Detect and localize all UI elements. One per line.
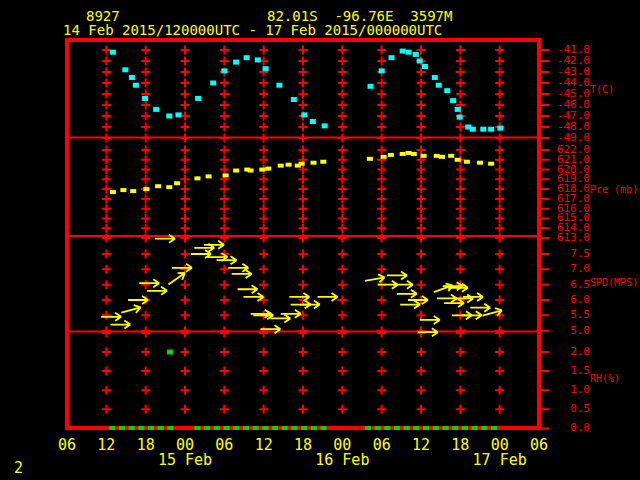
- wind-barb-icon: [172, 264, 192, 272]
- wind_speed-tick-label: 5.0: [546, 325, 590, 337]
- humidity-baseline-dash: [311, 426, 317, 430]
- wind-barb-icon: [387, 271, 407, 279]
- pressure-data-point: [388, 153, 394, 157]
- relative_humidity-tick-label: 1.0: [546, 384, 590, 396]
- pressure-data-point: [434, 154, 440, 158]
- pressure-data-point: [278, 164, 284, 168]
- temperature-data-point: [444, 88, 450, 93]
- pressure-data-point: [448, 154, 454, 158]
- pressure-data-point: [299, 162, 305, 166]
- temperature-data-point: [129, 75, 135, 80]
- pressure-data-point: [130, 189, 136, 193]
- humidity-baseline-dash: [404, 426, 410, 430]
- relative_humidity-data-point: [167, 350, 173, 355]
- temperature-data-point: [368, 84, 374, 89]
- wind-barb-icon: [101, 313, 121, 321]
- x-tick-label: 06: [215, 438, 233, 453]
- pressure-data-point: [166, 185, 172, 189]
- temperature-data-point: [244, 55, 250, 60]
- humidity-baseline-dash: [167, 426, 173, 430]
- pressure-data-point: [488, 162, 494, 166]
- pressure-data-point: [223, 173, 229, 177]
- temperature-data-point: [153, 107, 159, 112]
- wind-barb-icon: [400, 301, 420, 309]
- pressure-data-point: [206, 174, 212, 178]
- humidity-baseline-dash: [365, 426, 371, 430]
- x-tick-label: 18: [137, 438, 155, 453]
- page-number: 2: [14, 461, 23, 476]
- wind-barb-icon: [110, 321, 130, 329]
- temperature-data-point: [175, 112, 181, 117]
- temperature-data-point: [413, 52, 419, 57]
- humidity-baseline-dash: [129, 426, 135, 430]
- wind-barb-icon: [232, 270, 252, 278]
- wind-barb-icon: [318, 293, 338, 301]
- pressure-data-point: [259, 168, 265, 172]
- temperature-data-point: [488, 127, 494, 132]
- pressure-data-point: [248, 169, 254, 173]
- grid-cross-marks: [102, 46, 504, 414]
- pressure-data-point: [143, 187, 149, 191]
- humidity-baseline-dash: [491, 426, 497, 430]
- wind-barb-icon: [243, 293, 263, 301]
- humidity-baseline-dash: [138, 426, 144, 430]
- humidity-baseline-dash: [472, 426, 478, 430]
- temperature-data-point: [406, 50, 412, 55]
- humidity-baseline-dash: [272, 426, 278, 430]
- wind-barb-icon: [432, 282, 454, 296]
- humidity-baseline-dash: [301, 426, 307, 430]
- wind_speed-tick-label: 6.0: [546, 294, 590, 306]
- date-label: 16 Feb: [315, 453, 369, 468]
- temperature-data-point: [110, 50, 116, 55]
- humidity-baseline-dash: [148, 426, 154, 430]
- pressure-data-point: [477, 161, 483, 165]
- temperature-data-point: [455, 107, 461, 112]
- pressure-data-point: [265, 167, 271, 171]
- temperature-data-point: [301, 112, 307, 117]
- wind-barb-icon: [120, 304, 141, 317]
- pressure-tick-label: 613.0: [546, 232, 590, 244]
- x-tick-label: 06: [530, 438, 548, 453]
- humidity-baseline-dash: [204, 426, 210, 430]
- pressure-data-point: [310, 161, 316, 165]
- wind-speed-axis-title: SPD(MPS): [590, 277, 638, 288]
- temperature-data-point: [400, 49, 406, 54]
- wind-barb-icon: [397, 290, 417, 298]
- humidity-baseline-dash: [243, 426, 249, 430]
- humidity-baseline-dash: [282, 426, 288, 430]
- humidity-baseline-dash: [394, 426, 400, 430]
- relative_humidity-tick-label: 0.0: [546, 422, 590, 434]
- wind-barb-icon: [139, 279, 159, 287]
- temperature-data-point: [291, 97, 297, 102]
- x-tick-label: 12: [255, 438, 273, 453]
- pressure-data-point: [286, 163, 292, 167]
- humidity-baseline-dash: [214, 426, 220, 430]
- humidity-baseline-dash: [158, 426, 164, 430]
- temperature-data-point: [457, 115, 463, 120]
- wind-barb-icon: [238, 285, 258, 293]
- humidity-baseline-dash: [233, 426, 239, 430]
- humidity-baseline-dash: [253, 426, 259, 430]
- wind-barb-icon: [281, 310, 301, 318]
- x-tick-label: 12: [412, 438, 430, 453]
- humidity-baseline-dash: [481, 426, 487, 430]
- temperature-data-point: [233, 60, 239, 65]
- humidity-baseline-dash: [109, 426, 115, 430]
- humidity-baseline-dash: [443, 426, 449, 430]
- humidity-baseline-dash: [291, 426, 297, 430]
- temperature-data-point: [379, 68, 385, 73]
- pressure-data-point: [439, 155, 445, 159]
- pressure-data-point: [411, 152, 417, 156]
- pressure-data-point: [406, 151, 412, 155]
- temperature-axis-title: T(C): [590, 84, 614, 95]
- relative_humidity-tick-label: 2.0: [546, 346, 590, 358]
- pressure-data-point: [381, 155, 387, 159]
- humidity-baseline-dash: [413, 426, 419, 430]
- wind-barb-icon: [470, 304, 490, 312]
- wind_speed-tick-label: 7.5: [546, 248, 590, 260]
- relative_humidity-tick-label: 1.5: [546, 365, 590, 377]
- x-tick-label: 12: [97, 438, 115, 453]
- temperature-data-point: [133, 83, 139, 88]
- temperature-data-point: [276, 83, 282, 88]
- humidity-baseline-dash: [433, 426, 439, 430]
